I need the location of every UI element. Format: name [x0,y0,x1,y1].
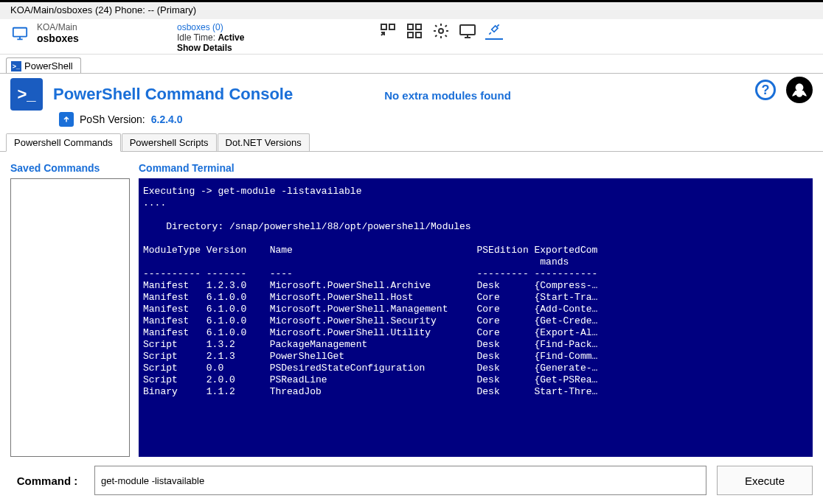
tab-ps-scripts[interactable]: Powershell Scripts [122,133,217,151]
execute-button[interactable]: Execute [717,466,813,495]
command-row: Command : Execute [0,457,823,504]
svg-rect-6 [416,32,421,38]
svg-rect-3 [408,24,413,29]
work-area: Saved Commands Command Terminal Executin… [0,152,823,457]
console-title: PowerShell Command Console [53,85,293,104]
idle-value: Active [218,32,244,43]
window-title: KOA/Main/osboxes (24) Phone: -- (Primary… [0,2,823,19]
saved-commands-label: Saved Commands [10,162,130,174]
tab-ps-commands[interactable]: Powershell Commands [6,133,121,152]
svg-rect-2 [389,24,395,29]
posh-version-value: 6.2.4.0 [151,113,183,125]
saved-commands-list[interactable] [10,178,130,457]
no-modules-text: No extra modules found [384,89,511,102]
host-path: KOA/Main [37,22,170,32]
monitor-icon [10,26,29,42]
terminal-output[interactable]: Executing -> get-module -listavailable .… [139,178,813,457]
svg-rect-0 [13,28,27,37]
svg-rect-8 [460,25,475,35]
host-name: osboxes [37,32,170,44]
tab-powershell[interactable]: >_ PowerShell [6,57,81,73]
upload-icon[interactable] [59,112,74,127]
app-tab-row: >_ PowerShell [0,55,823,74]
status-block: osboxes (0) Idle Time: Active Show Detai… [177,22,244,53]
powershell-logo-icon: >_ [10,78,43,111]
svg-rect-1 [381,24,386,29]
header-band: KOA/Main osboxes osboxes (0) Idle Time: … [0,19,823,55]
console-header: >_ PowerShell Command Console No extra m… [0,74,823,112]
svg-point-7 [439,29,443,33]
help-icon[interactable]: ? [755,80,776,100]
svg-point-9 [796,83,804,91]
version-row: PoSh Version: 6.2.4.0 [0,112,823,133]
app-tab-label: PowerShell [24,60,73,71]
show-details-link[interactable]: Show Details [177,43,244,53]
terminal-column: Command Terminal Executing -> get-module… [139,162,813,457]
svg-rect-4 [416,24,421,29]
command-label: Command : [10,475,84,487]
display-icon[interactable] [459,22,476,40]
idle-label: Idle Time: [177,32,215,43]
host-block: KOA/Main osboxes [37,22,170,44]
posh-version-label: PoSh Version: [80,113,145,125]
qr-icon[interactable] [379,22,397,40]
plug-icon[interactable] [485,22,503,40]
saved-commands-column: Saved Commands [10,162,130,457]
tab-dotnet[interactable]: Dot.NET Versions [218,133,310,151]
status-link[interactable]: osboxes (0) [177,22,244,32]
command-input[interactable] [94,466,706,495]
subtab-row: Powershell Commands Powershell Scripts D… [0,133,823,152]
brand-icon [786,77,813,103]
gear-icon[interactable] [432,22,450,40]
grid-icon[interactable] [406,22,423,40]
terminal-label: Command Terminal [139,162,813,174]
powershell-mini-icon: >_ [11,61,21,71]
svg-rect-5 [408,32,413,38]
toolbar-icons [379,22,503,40]
